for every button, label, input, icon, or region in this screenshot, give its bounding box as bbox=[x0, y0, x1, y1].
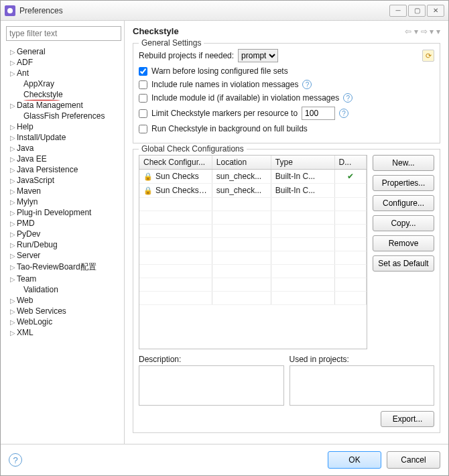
tree-item[interactable]: ▷Server bbox=[6, 250, 121, 261]
tree-item[interactable]: ▷PMD bbox=[6, 218, 121, 229]
expand-icon[interactable]: ▷ bbox=[10, 241, 17, 249]
tree-item[interactable]: AppXray bbox=[6, 78, 121, 89]
expand-icon[interactable]: ▷ bbox=[10, 318, 17, 326]
help-icon[interactable]: ? bbox=[343, 93, 352, 103]
expand-icon[interactable]: ▷ bbox=[10, 123, 17, 131]
tree-item[interactable]: Validation bbox=[6, 284, 121, 295]
help-icon[interactable]: ? bbox=[302, 80, 312, 89]
expand-icon[interactable]: ▷ bbox=[10, 166, 17, 174]
table-row[interactable] bbox=[139, 278, 367, 292]
forward-icon[interactable]: ⇨ ▾ bbox=[421, 27, 434, 36]
col-default[interactable]: D... bbox=[334, 156, 366, 170]
ok-button[interactable]: OK bbox=[328, 451, 381, 469]
table-row[interactable]: 🔒Sun Checkssun_check...Built-In C...✔ bbox=[139, 170, 367, 184]
table-row[interactable] bbox=[139, 198, 367, 211]
col-location[interactable]: Location bbox=[212, 156, 271, 170]
tree-item[interactable]: ▷Install/Update bbox=[6, 132, 121, 143]
tree-item[interactable]: ▷Java Persistence bbox=[6, 164, 121, 175]
expand-icon[interactable]: ▷ bbox=[10, 59, 17, 66]
close-button[interactable]: ✕ bbox=[427, 5, 444, 17]
expand-icon[interactable]: ▷ bbox=[10, 209, 17, 217]
limit-checkbox[interactable] bbox=[139, 109, 147, 118]
tree-item[interactable]: ▷PyDev bbox=[6, 229, 121, 239]
tree-item[interactable]: ▷Java EE bbox=[6, 154, 121, 164]
expand-icon[interactable]: ▷ bbox=[10, 252, 17, 259]
expand-icon[interactable]: ▷ bbox=[10, 177, 17, 184]
tree-item[interactable]: ▷ADF bbox=[6, 57, 121, 68]
tree-item[interactable]: ▷WebLogic bbox=[6, 316, 121, 327]
tree-item[interactable]: ▷Java bbox=[6, 143, 121, 154]
expand-icon[interactable]: ▷ bbox=[10, 48, 17, 56]
tree-item[interactable]: ▷Help bbox=[6, 121, 121, 132]
used-in-box[interactable] bbox=[290, 365, 435, 406]
tree-item[interactable]: GlassFish Preferences bbox=[6, 111, 121, 121]
tree-item[interactable]: ▷General bbox=[6, 46, 121, 57]
minimize-button[interactable]: ─ bbox=[389, 5, 407, 17]
tree-item[interactable]: ▷Web Services bbox=[6, 306, 121, 316]
refresh-icon[interactable]: ⟳ bbox=[422, 50, 434, 62]
back-icon[interactable]: ⇦ ▾ bbox=[405, 27, 418, 36]
limit-input[interactable] bbox=[302, 107, 335, 120]
tree-item[interactable]: ▷Data Management bbox=[6, 100, 121, 111]
expand-icon[interactable]: ▷ bbox=[10, 329, 17, 337]
properties-button[interactable]: Properties... bbox=[373, 175, 434, 191]
expand-icon[interactable]: ▷ bbox=[10, 198, 17, 206]
help-icon[interactable]: ? bbox=[339, 109, 348, 118]
expand-icon[interactable]: ▷ bbox=[10, 70, 17, 77]
tree-item[interactable]: ▷Run/Debug bbox=[6, 239, 121, 250]
tree-item[interactable]: ▷Mylyn bbox=[6, 196, 121, 207]
maximize-button[interactable]: ▢ bbox=[408, 5, 426, 17]
warn-checkbox[interactable] bbox=[139, 67, 147, 76]
expand-icon[interactable]: ▷ bbox=[10, 263, 17, 271]
table-row[interactable] bbox=[139, 292, 367, 305]
help-button[interactable]: ? bbox=[9, 453, 22, 467]
expand-icon[interactable]: ▷ bbox=[10, 220, 17, 227]
col-type[interactable]: Type bbox=[271, 156, 334, 170]
table-row[interactable] bbox=[139, 225, 367, 238]
expand-icon[interactable]: ▷ bbox=[10, 188, 17, 195]
include-module-checkbox[interactable] bbox=[139, 94, 147, 103]
description-box[interactable] bbox=[139, 365, 284, 406]
configs-table[interactable]: Check Configur... Location Type D... 🔒Su… bbox=[139, 155, 367, 349]
tree-item[interactable]: ▷Ant bbox=[6, 68, 121, 78]
tree-item[interactable]: ▷Maven bbox=[6, 186, 121, 196]
tree-item[interactable]: ▷Tao-ReviewBoard配置 bbox=[6, 261, 121, 274]
include-module-label: Include module id (if available) in viol… bbox=[151, 93, 339, 103]
cancel-button[interactable]: Cancel bbox=[387, 451, 440, 469]
include-rule-label: Include rule names in violation messages bbox=[151, 80, 298, 89]
expand-icon[interactable]: ▷ bbox=[10, 276, 17, 283]
copy-button[interactable]: Copy... bbox=[373, 215, 434, 231]
tree-item[interactable]: Checkstyle bbox=[6, 89, 121, 100]
expand-icon[interactable]: ▷ bbox=[10, 102, 17, 109]
description-label: Description: bbox=[139, 355, 284, 364]
tree-item[interactable]: ▷JavaScript bbox=[6, 175, 121, 186]
table-row[interactable] bbox=[139, 211, 367, 225]
set-default-button[interactable]: Set as Default bbox=[373, 255, 434, 272]
table-row[interactable] bbox=[139, 238, 367, 251]
expand-icon[interactable]: ▷ bbox=[10, 297, 17, 304]
export-button[interactable]: Export... bbox=[381, 411, 434, 427]
filter-input[interactable] bbox=[6, 26, 121, 41]
dialog-body: ▷General▷ADF▷AntAppXrayCheckstyle▷Data M… bbox=[1, 21, 448, 444]
background-checkbox[interactable] bbox=[139, 125, 147, 133]
expand-icon[interactable]: ▷ bbox=[10, 134, 17, 141]
menu-icon[interactable]: ▾ bbox=[436, 27, 440, 36]
remove-button[interactable]: Remove bbox=[373, 235, 434, 251]
expand-icon[interactable]: ▷ bbox=[10, 156, 17, 163]
tree-item[interactable]: ▷Team bbox=[6, 274, 121, 284]
table-row[interactable]: 🔒Sun Checks (...sun_check...Built-In C..… bbox=[139, 184, 367, 198]
table-row[interactable] bbox=[139, 251, 367, 265]
tree-item[interactable]: ▷Plug-in Development bbox=[6, 207, 121, 218]
expand-icon[interactable]: ▷ bbox=[10, 308, 17, 315]
tree-item[interactable]: ▷XML bbox=[6, 327, 121, 338]
tree-item[interactable]: ▷Web bbox=[6, 295, 121, 306]
expand-icon[interactable]: ▷ bbox=[10, 145, 17, 152]
table-row[interactable] bbox=[139, 265, 367, 278]
tree-item-label: Mylyn bbox=[17, 197, 38, 206]
configure-button[interactable]: Configure... bbox=[373, 195, 434, 211]
new-button[interactable]: New... bbox=[373, 155, 434, 171]
expand-icon[interactable]: ▷ bbox=[10, 231, 17, 238]
col-name[interactable]: Check Configur... bbox=[139, 156, 212, 170]
include-rule-checkbox[interactable] bbox=[139, 80, 147, 89]
rebuild-select[interactable]: prompt bbox=[238, 49, 278, 62]
